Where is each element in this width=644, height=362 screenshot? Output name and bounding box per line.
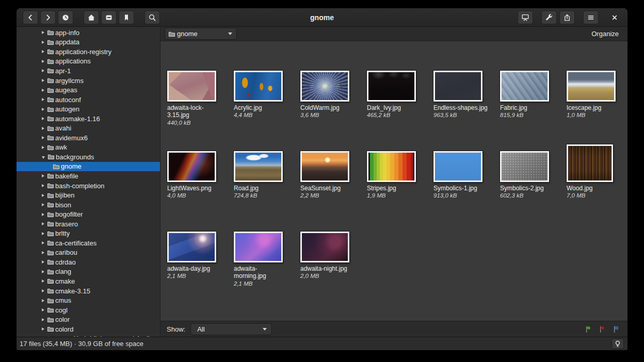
menu-button[interactable] — [583, 11, 599, 24]
sidebar-folder-item[interactable]: automake-1.16 — [17, 114, 160, 124]
sidebar-folder-item[interactable]: apr-1 — [17, 66, 160, 76]
sidebar-folder-item[interactable]: bijiben — [17, 190, 160, 200]
expander-icon[interactable] — [42, 69, 44, 72]
expander-icon[interactable] — [42, 31, 44, 34]
close-button[interactable] — [607, 11, 622, 24]
file-item[interactable]: Wood.jpg 7,0 MB — [567, 147, 627, 227]
back-button[interactable] — [23, 11, 38, 24]
sidebar-folder-item[interactable]: ca-certificates — [17, 238, 160, 248]
file-item[interactable]: Symbolics-1.jpg 913,0 kB — [433, 147, 500, 227]
expander-icon[interactable] — [42, 136, 44, 139]
sidebar-folder-item[interactable]: brasero — [17, 219, 160, 229]
folder-location-dropdown[interactable]: gnome — [165, 28, 237, 40]
sidebar-folder-item[interactable]: caribou — [17, 248, 160, 258]
green-flag-button[interactable] — [585, 325, 592, 333]
sidebar-folder-item[interactable]: avahi — [17, 123, 160, 133]
file-item[interactable]: LightWaves.png 4,0 MB — [167, 147, 234, 227]
sidebar-folder-item[interactable]: cogl — [17, 305, 160, 315]
expander-icon[interactable] — [42, 50, 44, 53]
sidebar-folder-item[interactable]: argyllcms — [17, 76, 160, 86]
file-item[interactable]: Icescape.jpg 1,0 MB — [567, 67, 627, 147]
sidebar-folder-item[interactable]: autoconf — [17, 95, 160, 105]
expander-icon[interactable] — [42, 327, 44, 331]
expander-icon[interactable] — [42, 232, 44, 235]
expander-icon[interactable] — [42, 184, 44, 187]
file-item[interactable]: Fabric.jpg 815,9 kB — [500, 67, 567, 147]
sidebar-folder-item[interactable]: applications — [17, 57, 160, 67]
sidebar-folder-item[interactable]: cmus — [17, 295, 160, 305]
sidebar-folder-item[interactable]: gnome — [17, 162, 160, 172]
expander-icon[interactable] — [42, 213, 44, 216]
file-item[interactable]: ColdWarm.jpg 3,6 MB — [300, 67, 367, 147]
expander-icon[interactable] — [42, 299, 44, 302]
home-button[interactable] — [84, 11, 99, 24]
expander-icon[interactable] — [42, 60, 44, 63]
blue-flag-button[interactable] — [613, 325, 620, 333]
sidebar-folder-item[interactable]: appdata — [17, 38, 160, 47]
file-item[interactable]: Road.jpg 724,8 kB — [234, 147, 300, 227]
sidebar-folder-item[interactable]: brltty — [17, 228, 160, 238]
organize-button[interactable]: Organize — [589, 29, 621, 39]
hint-button[interactable] — [611, 338, 624, 349]
file-item[interactable]: Endless-shapes.jpg 963,5 kB — [433, 67, 500, 147]
expander-icon[interactable] — [42, 174, 44, 177]
expander-icon[interactable] — [42, 108, 44, 111]
expander-icon[interactable] — [42, 260, 44, 264]
file-item[interactable]: Dark_Ivy.jpg 465,2 kB — [367, 67, 433, 147]
sidebar-folder-item[interactable]: bakefile — [17, 171, 160, 181]
show-filter-dropdown[interactable]: All — [190, 323, 272, 335]
sidebar-folder-item[interactable]: colord — [17, 324, 160, 334]
expander-icon[interactable] — [42, 241, 44, 244]
sidebar-folder-item[interactable]: bash-completion — [17, 181, 160, 191]
expander-icon[interactable] — [42, 156, 45, 159]
file-item[interactable]: adwaita-day.jpg 2,1 MB — [167, 227, 234, 308]
file-item[interactable]: SeaSunset.jpg 2,2 MB — [300, 147, 367, 227]
sidebar-folder-item[interactable]: cmake-3.15 — [17, 286, 160, 296]
file-item[interactable]: adwaita-lock-3.15.jpg 440,0 kB — [167, 67, 234, 147]
sidebar-folder-item[interactable]: augeas — [17, 85, 160, 95]
sidebar-folder-item[interactable]: backgrounds — [17, 152, 160, 162]
expander-icon[interactable] — [42, 289, 44, 292]
sidebar-folder-item[interactable]: avidemux6 — [17, 133, 160, 143]
expander-icon[interactable] — [42, 89, 44, 92]
sidebar-folder-item[interactable]: color — [17, 315, 160, 324]
expander-icon[interactable] — [42, 79, 44, 82]
expander-icon[interactable] — [42, 308, 44, 311]
search-button[interactable] — [144, 11, 160, 24]
red-flag-button[interactable] — [599, 325, 606, 333]
expander-icon[interactable] — [42, 318, 44, 321]
share-button[interactable] — [559, 11, 575, 24]
expander-icon[interactable] — [42, 222, 44, 225]
history-button[interactable] — [58, 11, 73, 24]
tools-button[interactable] — [541, 11, 557, 24]
sidebar-folder-item[interactable]: bogofilter — [17, 209, 160, 219]
file-item[interactable]: adwaita-morning.jpg 2,1 MB — [234, 227, 300, 308]
expander-icon[interactable] — [42, 98, 44, 101]
expander-icon[interactable] — [42, 146, 44, 149]
file-item[interactable]: Stripes.jpg 1,9 MB — [367, 147, 433, 227]
forward-button[interactable] — [40, 11, 56, 24]
slideshow-button[interactable] — [518, 11, 533, 24]
expander-icon[interactable] — [42, 251, 44, 254]
sidebar-folder-item[interactable]: autogen — [17, 104, 160, 114]
sidebar-folder-item[interactable]: app-info — [17, 28, 160, 38]
expander-icon[interactable] — [42, 41, 44, 44]
sidebar-folder-item[interactable]: awk — [17, 143, 160, 153]
expander-icon[interactable] — [42, 203, 44, 206]
file-item[interactable]: Acrylic.jpg 4,4 MB — [234, 67, 300, 147]
storage-drive-button[interactable] — [101, 11, 117, 24]
sidebar-folder-item[interactable]: cmake — [17, 276, 160, 286]
file-item[interactable]: Symbolics-2.jpg 602,3 kB — [500, 147, 567, 227]
sidebar-folder-item[interactable]: application-registry — [17, 47, 160, 57]
expander-icon[interactable] — [42, 194, 44, 197]
expander-icon[interactable] — [42, 279, 44, 283]
expander-icon[interactable] — [42, 117, 44, 120]
file-item[interactable]: adwaita-night.jpg 2,0 MB — [300, 227, 367, 308]
sidebar-folder-item[interactable]: bison — [17, 200, 160, 210]
titlebar[interactable]: gnome — [17, 8, 627, 27]
expander-icon[interactable] — [42, 270, 44, 273]
sidebar-folder-item[interactable]: clang — [17, 267, 160, 277]
sidebar-folder-item[interactable]: cdrdao — [17, 257, 160, 267]
expander-icon[interactable] — [42, 127, 44, 130]
bookmarks-button[interactable] — [119, 11, 134, 24]
